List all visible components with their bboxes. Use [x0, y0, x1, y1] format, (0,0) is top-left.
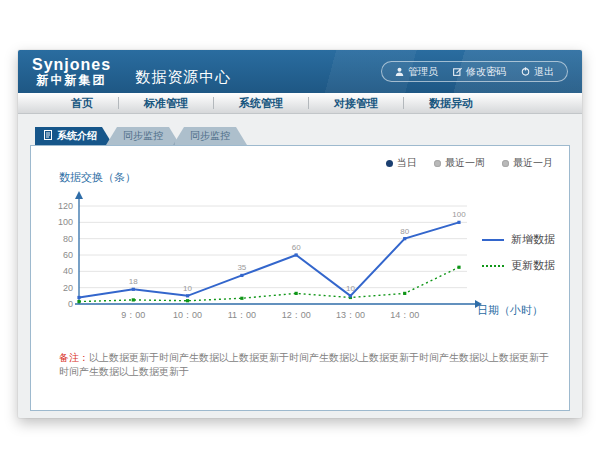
- filter-today-label: 当日: [397, 156, 417, 170]
- svg-text:35: 35: [237, 263, 246, 272]
- filter-last-week[interactable]: 最近一周: [434, 156, 485, 170]
- logo-text-cn: 新中新集团: [32, 74, 111, 87]
- radio-unselected-icon: [502, 160, 509, 167]
- power-icon: [521, 67, 530, 76]
- nav-item-standard-mgmt[interactable]: 标准管理: [119, 96, 213, 111]
- admin-user-button[interactable]: 管理员: [395, 65, 438, 79]
- admin-user-label: 管理员: [408, 65, 438, 79]
- logout-label: 退出: [534, 65, 554, 79]
- svg-text:11：00: 11：00: [228, 310, 256, 320]
- tab-sync-monitor-1[interactable]: 同步监控: [106, 127, 180, 145]
- footnote-label: 备注：: [59, 352, 89, 363]
- svg-text:9：00: 9：00: [121, 310, 145, 320]
- change-password-label: 修改密码: [466, 65, 506, 79]
- svg-text:80: 80: [63, 234, 73, 244]
- svg-text:40: 40: [63, 266, 73, 276]
- svg-text:60: 60: [63, 250, 73, 260]
- legend-label: 新增数据: [511, 232, 555, 247]
- svg-text:10: 10: [346, 284, 355, 293]
- change-password-button[interactable]: 修改密码: [453, 65, 506, 79]
- svg-text:60: 60: [292, 243, 301, 252]
- user-menu: 管理员 修改密码 退出: [381, 61, 568, 82]
- document-icon: [44, 130, 52, 142]
- chart-legend: 新增数据 更新数据: [482, 232, 555, 273]
- svg-text:0: 0: [68, 299, 73, 309]
- y-axis-title: 数据交换（条）: [59, 170, 136, 185]
- edit-icon: [453, 67, 462, 76]
- svg-text:20: 20: [63, 283, 73, 293]
- svg-text:10：00: 10：00: [173, 310, 202, 320]
- legend-item-update-data: 更新数据: [482, 258, 555, 273]
- legend-item-new-data: 新增数据: [482, 232, 555, 247]
- legend-label: 更新数据: [511, 258, 555, 273]
- svg-text:10: 10: [183, 284, 192, 293]
- radio-unselected-icon: [434, 160, 441, 167]
- nav-item-data-change[interactable]: 数据异动: [404, 96, 498, 111]
- solid-line-icon: [482, 239, 504, 241]
- main-nav: 首页 标准管理 系统管理 对接管理 数据异动: [18, 93, 582, 114]
- svg-text:120: 120: [58, 201, 73, 211]
- tab-system-intro[interactable]: 系统介绍: [35, 127, 113, 145]
- logo-text-en: Synjones: [32, 56, 111, 74]
- user-icon: [395, 67, 404, 76]
- filter-last-week-label: 最近一周: [445, 156, 485, 170]
- nav-item-system-mgmt[interactable]: 系统管理: [214, 96, 308, 111]
- filter-today[interactable]: 当日: [386, 156, 417, 170]
- radio-selected-icon: [386, 160, 393, 167]
- svg-text:80: 80: [400, 227, 409, 236]
- x-axis-title: 日期（小时）: [477, 303, 543, 318]
- footnote: 备注：以上数据更新于时间产生数据以上数据更新于时间产生数据以上数据更新于时间产生…: [59, 351, 549, 379]
- svg-text:14：00: 14：00: [390, 310, 419, 320]
- filter-last-month-label: 最近一月: [513, 156, 553, 170]
- nav-item-interface-mgmt[interactable]: 对接管理: [309, 96, 403, 111]
- data-exchange-line-chart: 0204060801001209：0010：0011：0012：0013：001…: [39, 186, 491, 328]
- app-window: Synjones 新中新集团 数据资源中心 管理员 修改密码 退出: [18, 50, 582, 418]
- footnote-text: 以上数据更新于时间产生数据以上数据更新于时间产生数据以上数据更新于时间产生数据以…: [59, 352, 549, 377]
- range-filter-group: 当日 最近一周 最近一月: [386, 156, 553, 170]
- tab-label: 系统介绍: [57, 129, 97, 143]
- svg-text:100: 100: [452, 210, 466, 219]
- tab-label: 同步监控: [190, 129, 230, 143]
- tab-label: 同步监控: [123, 129, 163, 143]
- tab-sync-monitor-2[interactable]: 同步监控: [173, 127, 247, 145]
- nav-item-home[interactable]: 首页: [46, 96, 118, 111]
- tab-bar: 系统介绍 同步监控 同步监控: [35, 127, 582, 145]
- svg-text:13：00: 13：00: [336, 310, 365, 320]
- page-title: 数据资源中心: [135, 68, 231, 87]
- svg-text:12：00: 12：00: [282, 310, 311, 320]
- app-header: Synjones 新中新集团 数据资源中心 管理员 修改密码 退出: [18, 50, 582, 93]
- dotted-line-icon: [482, 265, 504, 267]
- chart-card: 当日 最近一周 最近一月 数据交换（条） 0204060801001209：00…: [30, 145, 570, 411]
- svg-text:100: 100: [58, 217, 73, 227]
- filter-last-month[interactable]: 最近一月: [502, 156, 553, 170]
- logout-button[interactable]: 退出: [521, 65, 554, 79]
- company-logo: Synjones 新中新集团: [32, 56, 111, 87]
- svg-text:18: 18: [129, 277, 138, 286]
